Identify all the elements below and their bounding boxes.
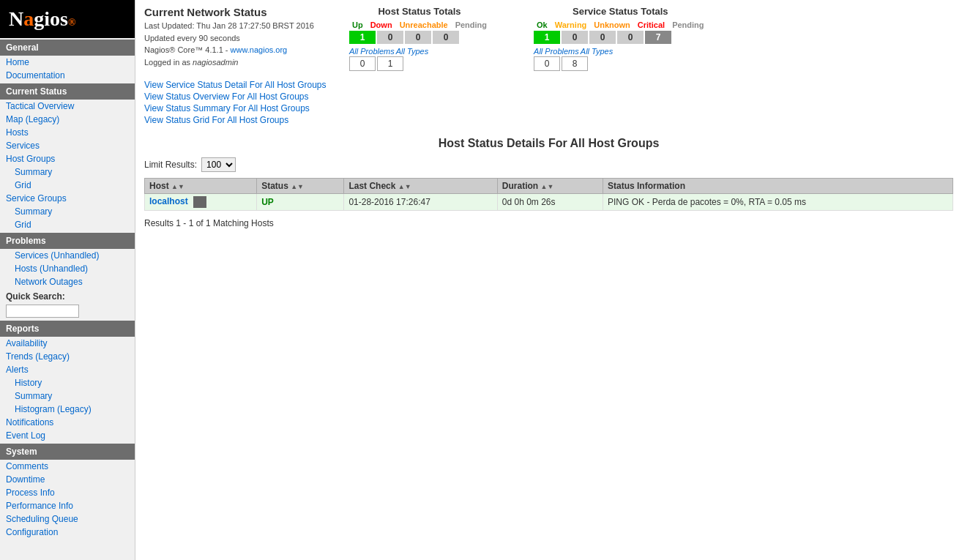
username: nagiosadmin <box>193 58 238 67</box>
host-all-types-label[interactable]: All Types <box>396 47 428 56</box>
sidebar-item-event-log[interactable]: Event Log <box>0 429 135 442</box>
sidebar-item-service-groups[interactable]: Service Groups <box>0 192 135 205</box>
results-text: Results 1 - 1 of 1 Matching Hosts <box>144 218 953 228</box>
host-subrow: All Problems All Types 0 1 <box>349 47 490 71</box>
service-header-critical: Critical <box>635 20 668 30</box>
host-header-pending: Pending <box>452 20 490 30</box>
sidebar-item-hg-grid[interactable]: Grid <box>0 179 135 192</box>
host-totals-values: 1 0 0 0 <box>349 31 490 44</box>
sidebar-item-availability[interactable]: Availability <box>0 337 135 350</box>
cell-status: UP <box>257 194 344 211</box>
service-all-types-val[interactable]: 8 <box>562 56 588 71</box>
cell-last-check: 01-28-2016 17:26:47 <box>344 194 497 211</box>
sort-last-check-icon[interactable]: ▲▼ <box>398 183 411 190</box>
view-status-grid-link[interactable]: View Status Grid For All Host Groups <box>144 115 953 125</box>
view-status-overview-link[interactable]: View Status Overview For All Host Groups <box>144 92 953 102</box>
sidebar-item-alerts-summary[interactable]: Summary <box>0 389 135 403</box>
host-all-types-val[interactable]: 1 <box>377 56 403 71</box>
sidebar-item-performance-info[interactable]: Performance Info <box>0 499 135 512</box>
sidebar-item-alerts-history[interactable]: History <box>0 376 135 389</box>
sidebar-item-host-groups[interactable]: Host Groups <box>0 152 135 165</box>
service-subrow: All Problems All Types 0 8 <box>534 47 706 71</box>
service-all-problems-val[interactable]: 0 <box>534 56 560 71</box>
view-status-summary-link[interactable]: View Status Summary For All Host Groups <box>144 103 953 113</box>
sidebar-item-scheduling-queue[interactable]: Scheduling Queue <box>0 512 135 526</box>
col-host: Host ▲▼ <box>145 179 257 194</box>
sidebar-item-alerts[interactable]: Alerts <box>0 363 135 376</box>
main-content: Current Network Status Last Updated: Thu… <box>135 0 962 560</box>
sidebar-item-services-unhandled[interactable]: Services (Unhandled) <box>0 249 135 262</box>
sidebar-item-hosts-unhandled[interactable]: Hosts (Unhandled) <box>0 262 135 275</box>
service-totals-headers: Ok Warning Unknown Critical Pending <box>534 20 706 30</box>
logged-in-label: Logged in as <box>144 58 190 67</box>
host-header-down: Down <box>368 20 395 30</box>
sort-host-icon[interactable]: ▲▼ <box>171 183 184 190</box>
sidebar-item-comments[interactable]: Comments <box>0 460 135 473</box>
service-subrow-values: 0 8 <box>534 56 706 71</box>
update-interval: Updated every 90 seconds <box>144 32 335 45</box>
host-link[interactable]: localhost <box>149 196 188 206</box>
service-all-problems-label[interactable]: All Problems <box>534 47 579 56</box>
sidebar-item-alerts-histogram[interactable]: Histogram (Legacy) <box>0 403 135 416</box>
limit-row: Limit Results: 100 50 25 All <box>144 157 953 172</box>
status-badge: UP <box>261 197 274 207</box>
service-val-unknown[interactable]: 0 <box>589 31 616 44</box>
sort-status-icon[interactable]: ▲▼ <box>291 183 304 190</box>
host-action-icon[interactable] <box>193 196 206 208</box>
quick-search-input[interactable] <box>6 305 79 318</box>
host-val-up[interactable]: 1 <box>349 31 376 44</box>
version-line: Nagios® Core™ 4.1.1 - www.nagios.org <box>144 44 335 56</box>
sidebar: Nagios® General Home Documentation Curre… <box>0 0 135 560</box>
host-val-pending[interactable]: 0 <box>433 31 459 44</box>
host-val-unreachable[interactable]: 0 <box>405 31 431 44</box>
network-status-title: Current Network Status <box>144 6 335 18</box>
service-totals-values: 1 0 0 0 7 <box>534 31 706 44</box>
sidebar-item-services[interactable]: Services <box>0 139 135 152</box>
sidebar-item-home[interactable]: Home <box>0 56 135 69</box>
sidebar-item-configuration[interactable]: Configuration <box>0 526 135 539</box>
network-status-meta: Current Network Status Last Updated: Thu… <box>144 6 335 68</box>
sidebar-item-process-info[interactable]: Process Info <box>0 486 135 499</box>
limit-select[interactable]: 100 50 25 All <box>201 157 236 172</box>
host-header-unreachable: Unreachable <box>397 20 451 30</box>
section-header-problems: Problems <box>0 233 135 249</box>
limit-label: Limit Results: <box>144 160 197 170</box>
sidebar-item-hg-summary[interactable]: Summary <box>0 165 135 179</box>
host-subrow-values: 0 1 <box>349 56 490 71</box>
host-all-problems-label[interactable]: All Problems <box>349 47 395 56</box>
host-totals-headers: Up Down Unreachable Pending <box>349 20 490 30</box>
quick-search-label: Quick Search: <box>0 288 135 303</box>
sidebar-item-trends-legacy[interactable]: Trends (Legacy) <box>0 350 135 363</box>
sidebar-item-notifications[interactable]: Notifications <box>0 416 135 429</box>
sidebar-item-map-legacy[interactable]: Map (Legacy) <box>0 113 135 126</box>
service-val-ok[interactable]: 1 <box>534 31 560 44</box>
service-val-pending[interactable]: 7 <box>645 31 671 44</box>
sidebar-item-hosts[interactable]: Hosts <box>0 126 135 139</box>
host-val-down[interactable]: 0 <box>377 31 403 44</box>
host-header-up: Up <box>349 20 366 30</box>
section-header-current-status: Current Status <box>0 83 135 100</box>
service-val-warning[interactable]: 0 <box>562 31 588 44</box>
sidebar-item-downtime[interactable]: Downtime <box>0 473 135 486</box>
version-text: Nagios® Core™ 4.1.1 - <box>144 45 228 54</box>
logged-in-line: Logged in as nagiosadmin <box>144 56 335 69</box>
sidebar-item-tactical-overview[interactable]: Tactical Overview <box>0 100 135 113</box>
host-status-totals: Host Status Totals Up Down Unreachable P… <box>349 6 490 71</box>
sidebar-item-sg-summary[interactable]: Summary <box>0 205 135 218</box>
host-totals-title: Host Status Totals <box>349 6 490 17</box>
sidebar-item-network-outages[interactable]: Network Outages <box>0 275 135 288</box>
section-header-general: General <box>0 40 135 56</box>
sidebar-item-documentation[interactable]: Documentation <box>0 69 135 82</box>
section-header-reports: Reports <box>0 321 135 337</box>
sidebar-item-sg-grid[interactable]: Grid <box>0 218 135 231</box>
sort-duration-icon[interactable]: ▲▼ <box>540 183 553 190</box>
col-status-info: Status Information <box>603 179 953 194</box>
service-header-warning: Warning <box>552 20 590 30</box>
view-service-detail-link[interactable]: View Service Status Detail For All Host … <box>144 80 953 90</box>
service-all-types-label[interactable]: All Types <box>581 47 613 56</box>
service-val-critical[interactable]: 0 <box>617 31 644 44</box>
host-all-problems-val[interactable]: 0 <box>349 56 376 71</box>
host-subrow-labels: All Problems All Types <box>349 47 490 56</box>
version-link[interactable]: www.nagios.org <box>231 45 288 54</box>
service-header-unknown: Unknown <box>591 20 633 30</box>
